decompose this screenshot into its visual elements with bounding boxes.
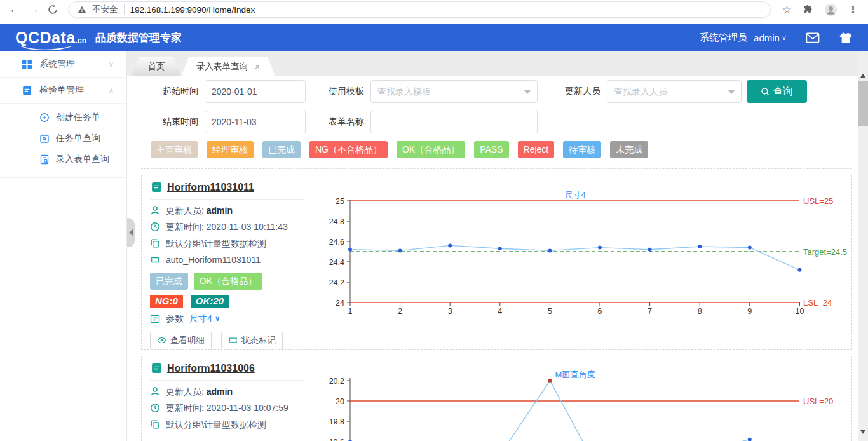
app-logo[interactable]: QCData.cn [15,30,86,46]
warning-triangle-icon[interactable] [78,5,86,14]
updater-label: 更新人员: [166,205,204,216]
bookmark-star-icon[interactable]: ☆ [782,3,792,17]
group-value: 默认分组\计量型数据检测 [166,238,266,249]
svg-text:9: 9 [747,307,752,316]
form-title-link[interactable]: Horiform11031011 [167,182,254,193]
status-badge-supervisor-review[interactable]: 主管审核 [151,141,198,158]
logo-swoosh [17,44,88,50]
sidebar-item-form-query[interactable]: 录入表单查询 [0,149,126,170]
sidebar-submenu: 创建任务单 任务单查询 录入表单查询 [0,104,126,178]
browser-forward-icon[interactable]: → [25,3,42,16]
form-title-link[interactable]: Horiform11031006 [167,363,255,374]
svg-text:3: 3 [448,307,452,316]
status-badge-completed[interactable]: 已完成 [262,141,301,158]
template-select-input[interactable] [370,80,538,103]
select-arrow-icon [524,90,531,97]
svg-text:20.2: 20.2 [329,376,344,385]
eye-icon [157,336,166,345]
status-mark-button[interactable]: 状态标记 [221,332,283,349]
parameter-doc-icon [150,314,160,324]
user-role-label: 系统管理员 [700,32,747,44]
end-date-input[interactable] [205,111,306,133]
svg-text:7: 7 [648,307,652,316]
search-button[interactable]: 查询 [747,80,807,103]
username-dropdown[interactable]: admin [754,32,780,43]
status-badge-ng[interactable]: NG（不合格品） [309,141,388,158]
counter-row: NG:0 OK:20 [150,295,305,308]
filter-panel: 起始时间 使用模板 更新人员 [141,80,852,169]
extensions-puzzle-icon[interactable] [803,4,813,15]
updater-row: 更新人员: admin [150,386,305,397]
updater-select[interactable] [607,80,742,103]
svg-text:Target=24.5: Target=24.5 [803,247,847,256]
url-bar[interactable]: 不安全 192.168.1.199:9090/Home/Index [69,1,771,18]
chart-column: 尺寸42424.224.424.624.82512345678910USL=25… [313,175,851,349]
sidebar: 系统管理 检验单管理 创建任务单 任务单查询 [0,51,127,441]
sidebar-item-system-management[interactable]: 系统管理 [0,51,126,78]
sidebar-item-inspection-management[interactable]: 检验单管理 [0,78,126,104]
sidebar-item-label: 系统管理 [39,58,75,70]
status-badge-ok[interactable]: OK（合格品） [397,141,465,158]
updater-value: admin [207,386,233,397]
parameter-row: 参数 尺寸4 [150,313,305,325]
svg-text:M面直角度: M面直角度 [555,370,595,379]
card-title-row: Horiform11031011 [150,179,305,200]
app-tagline: 品质数据管理专家 [95,31,182,45]
ok-counter: OK:20 [191,295,229,308]
scrollbar-down-arrow-icon[interactable] [860,430,865,437]
spc-chart-size4: 尺寸42424.224.424.624.82512345678910USL=25… [313,175,850,349]
shirt-icon[interactable] [839,32,853,44]
copy-icon [150,419,160,430]
view-detail-button[interactable]: 查看明细 [150,332,212,349]
person-icon [150,386,160,397]
status-badge-incomplete[interactable]: 未完成 [610,141,648,158]
select-arrow-icon [728,90,735,97]
template-select[interactable] [370,80,538,103]
chevron-left-icon [126,229,133,236]
logo-text: QCData [15,30,76,46]
svg-text:USL=25: USL=25 [803,196,833,205]
tab-home[interactable]: 首页 [132,57,181,76]
tab-label: 录入表单查询 [196,61,248,72]
tab-label: 首页 [148,61,165,72]
svg-text:USL=20: USL=20 [803,396,833,405]
sidebar-item-create-task[interactable]: 创建任务单 [0,107,126,128]
view-detail-label: 查看明细 [170,335,205,346]
svg-text:LSL=24: LSL=24 [803,297,832,307]
page-scrollbar[interactable] [858,51,868,441]
scrollbar-up-arrow-icon[interactable] [860,71,865,78]
template-label: 使用模板 [307,86,364,97]
status-badge-reject[interactable]: Reject [518,141,555,158]
chevron-down-icon[interactable] [215,315,220,323]
sidebar-collapse-handle[interactable] [127,218,135,247]
svg-text:19.6: 19.6 [329,437,344,441]
sidebar-item-label: 创建任务单 [56,112,100,123]
scrollbar-thumb[interactable] [858,81,868,126]
status-badge-pending-review[interactable]: 待审核 [563,141,601,158]
browser-menu-icon[interactable]: ⋮ [848,4,858,15]
updater-select-input[interactable] [607,80,742,103]
status-badge-pass[interactable]: PASS [474,141,508,158]
form-name-input[interactable] [370,111,538,133]
svg-text:2: 2 [398,307,402,316]
parameter-select[interactable]: 尺寸4 [189,313,212,325]
browser-back-icon[interactable]: ← [6,3,23,16]
sidebar-item-task-query[interactable]: 任务单查询 [0,128,126,149]
updater-label: 更新人员 [543,86,600,97]
browser-avatar[interactable] [824,3,837,17]
filter-row-2: 结束时间 表单名称 [141,111,852,133]
search-button-label: 查询 [773,85,793,98]
ticket-icon [228,336,238,345]
start-date-input[interactable] [205,80,306,103]
close-icon[interactable] [255,62,260,71]
svg-text:24.2: 24.2 [329,278,344,287]
search-icon [761,87,770,97]
tab-form-query[interactable]: 录入表单查询 [181,57,275,76]
mail-icon[interactable] [806,32,820,43]
browser-refresh-icon[interactable] [47,4,58,15]
status-badge-ok: OK（合格品） [194,273,262,290]
copy-icon [150,238,160,248]
result-card-1: Horiform11031011 更新人员: admin 更新时间: 2020-… [141,175,852,350]
svg-text:19.8: 19.8 [329,417,344,426]
status-badge-manager-review[interactable]: 经理审核 [207,141,254,158]
